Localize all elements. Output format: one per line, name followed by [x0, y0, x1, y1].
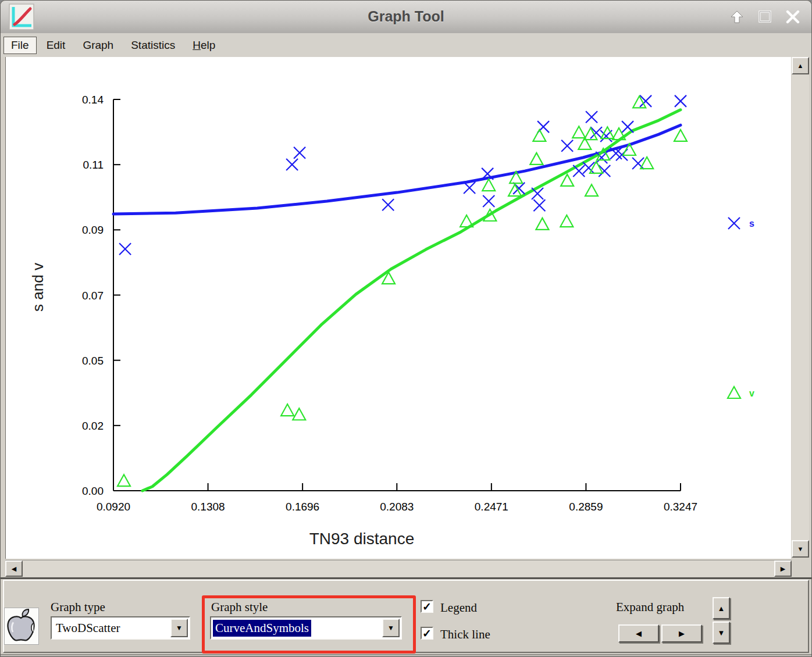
s-point [586, 111, 597, 123]
x-tick-label: 0.2083 [380, 501, 414, 513]
checkmark-icon: ✓ [422, 601, 432, 612]
s-point [573, 165, 585, 177]
title-bar[interactable]: Graph Tool [1, 1, 811, 34]
up-arrow-icon: ▲ [718, 604, 725, 613]
s-point [599, 165, 610, 177]
legend-checkbox-label: Legend [440, 601, 477, 615]
v-point [293, 408, 305, 420]
thick-line-checkbox[interactable]: ✓ [421, 627, 433, 640]
shade-window-button[interactable] [726, 8, 747, 26]
v-point [633, 96, 646, 108]
graph-type-value: TwoDScatter [54, 620, 123, 637]
s-point [533, 199, 545, 211]
menu-item-help[interactable]: Help [185, 37, 223, 54]
v-point [674, 130, 687, 141]
graph-style-dropdown[interactable]: CurveAndSymbols ▼ [210, 616, 402, 640]
v-point [508, 184, 521, 196]
legend-checkbox[interactable]: ✓ [421, 600, 433, 613]
s-point [464, 182, 475, 194]
left-arrow-icon: ◀ [12, 565, 16, 573]
x-tick-label: 0.1308 [191, 501, 225, 513]
v-point [536, 218, 549, 230]
s-point [561, 140, 573, 152]
y-axis-title: s and v [29, 263, 47, 312]
s-point [532, 188, 543, 199]
menu-item-statistics[interactable]: Statistics [123, 37, 183, 54]
up-arrow-icon: ▲ [797, 62, 804, 69]
right-arrow-icon: ▶ [679, 629, 685, 638]
window-bottom-edge [1, 654, 812, 657]
v-point [281, 404, 294, 416]
scroll-left-button[interactable]: ◀ [5, 560, 23, 577]
v-point [560, 215, 573, 227]
panel-separator [1, 577, 812, 579]
chart: 0.09200.13080.16960.20830.24710.28590.32… [6, 57, 791, 559]
legend-s-marker-icon [728, 217, 740, 229]
window-title: Graph Tool [1, 8, 811, 25]
scroll-right-button[interactable]: ▶ [774, 560, 792, 577]
x-axis-title: TN93 distance [309, 530, 415, 548]
s-point [622, 121, 633, 133]
graph-tool-window: Graph Tool FileEditGraphStatisticsHelp [0, 0, 812, 657]
y-tick-label: 0.00 [82, 485, 104, 497]
down-arrow-icon: ▼ [387, 624, 394, 632]
legend-label-s: s [749, 219, 754, 228]
x-tick-label: 0.3247 [664, 501, 697, 513]
v-point [561, 174, 574, 186]
maximize-window-button[interactable] [754, 8, 775, 26]
vertical-scrollbar[interactable]: ▲ ▼ [792, 57, 809, 558]
apple-logo-icon [4, 608, 39, 645]
y-tick-label: 0.05 [82, 355, 104, 367]
y-tick-label: 0.09 [82, 224, 104, 236]
s-point [590, 127, 602, 138]
expand-right-button[interactable]: ▶ [661, 624, 702, 642]
s-point [382, 199, 394, 210]
s-point [119, 243, 131, 255]
menu-item-graph[interactable]: Graph [75, 37, 121, 54]
graph-type-dropdown[interactable]: TwoDScatter ▼ [51, 616, 190, 640]
down-arrow-icon: ▼ [718, 629, 725, 637]
graph-style-dropdown-arrow-icon[interactable]: ▼ [382, 619, 400, 637]
menu-item-edit[interactable]: Edit [39, 37, 73, 54]
v-point [585, 184, 598, 196]
checkmark-icon: ✓ [422, 628, 432, 639]
v-point [530, 153, 543, 165]
right-arrow-icon: ▶ [781, 565, 785, 573]
menu-item-file[interactable]: File [3, 37, 37, 54]
v-point [482, 179, 495, 191]
window-buttons [726, 8, 803, 26]
graph-style-value: CurveAndSymbols [213, 620, 311, 637]
s-point [286, 159, 298, 170]
x-tick-label: 0.0920 [97, 501, 130, 513]
x-tick-label: 0.2859 [569, 501, 603, 513]
scroll-up-button[interactable]: ▲ [792, 57, 809, 74]
legend-v-marker-icon [728, 387, 740, 398]
close-window-button[interactable] [782, 8, 803, 26]
expand-graph-label: Expand graph [616, 600, 684, 615]
v-point [572, 126, 585, 138]
s-point [632, 158, 644, 169]
down-arrow-icon: ▼ [176, 624, 183, 632]
x-tick-label: 0.2471 [475, 501, 508, 513]
y-tick-label: 0.07 [82, 290, 104, 302]
y-tick-label: 0.11 [83, 159, 104, 171]
graph-type-dropdown-arrow-icon[interactable]: ▼ [170, 619, 188, 637]
legend-label-v: v [749, 388, 754, 398]
horizontal-scrollbar[interactable]: ◀ ▶ [5, 560, 792, 577]
v-point [117, 474, 130, 486]
plot-area: 0.09200.13080.16960.20830.24710.28590.32… [5, 57, 791, 559]
left-arrow-icon: ◀ [636, 629, 642, 638]
graph-style-label: Graph style [211, 600, 268, 615]
expand-up-button[interactable]: ▲ [713, 597, 730, 619]
thick-line-checkbox-label: Thick line [440, 627, 490, 642]
s-point [675, 95, 686, 107]
s-point [483, 195, 494, 207]
down-arrow-icon: ▼ [797, 545, 804, 552]
expand-left-button[interactable]: ◀ [618, 624, 659, 642]
y-tick-label: 0.14 [82, 94, 104, 106]
y-tick-label: 0.02 [82, 420, 104, 432]
s-point [294, 147, 305, 159]
expand-down-button[interactable]: ▼ [713, 622, 730, 644]
scroll-down-button[interactable]: ▼ [792, 540, 809, 558]
s-fit-curve [113, 125, 681, 214]
